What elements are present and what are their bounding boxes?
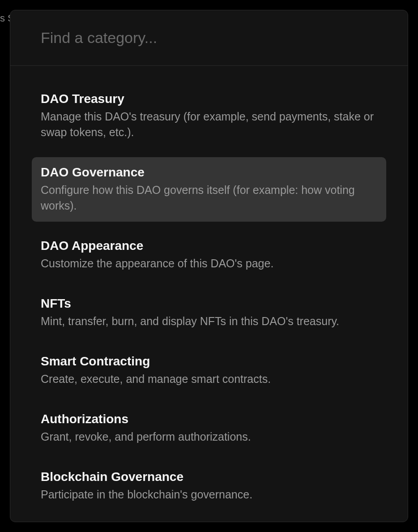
category-title: DAO Governance [41,165,377,180]
category-description: Mint, transfer, burn, and display NFTs i… [41,313,377,329]
category-title: NFTs [41,296,377,311]
category-description: Customize the appearance of this DAO's p… [41,256,377,271]
category-description: Grant, revoke, and perform authorization… [41,429,377,445]
category-title: Authorizations [41,412,377,426]
search-input[interactable] [10,10,408,65]
category-list: DAO TreasuryManage this DAO's treasury (… [10,66,408,522]
search-container [10,10,408,66]
category-picker-modal: DAO TreasuryManage this DAO's treasury (… [10,10,408,522]
category-item[interactable]: AuthorizationsGrant, revoke, and perform… [32,404,386,453]
category-item[interactable]: NFTsMint, transfer, burn, and display NF… [32,288,386,337]
category-item[interactable]: AdvancedExecute custom actions and bulk … [32,519,386,522]
category-description: Manage this DAO's treasury (for example,… [41,109,377,140]
category-item[interactable]: Smart ContractingCreate, execute, and ma… [32,346,386,395]
category-title: DAO Appearance [41,239,377,253]
category-item[interactable]: DAO GovernanceConfigure how this DAO gov… [32,157,386,222]
category-item[interactable]: Blockchain GovernanceParticipate in the … [32,462,386,511]
category-item[interactable]: DAO TreasuryManage this DAO's treasury (… [32,84,386,148]
category-title: Smart Contracting [41,354,377,369]
category-title: Blockchain Governance [41,470,377,484]
category-item[interactable]: DAO AppearanceCustomize the appearance o… [32,231,386,279]
category-description: Participate in the blockchain's governan… [41,487,377,502]
category-title: DAO Treasury [41,92,377,106]
category-description: Create, execute, and manage smart contra… [41,371,377,387]
category-description: Configure how this DAO governs itself (f… [41,182,377,214]
